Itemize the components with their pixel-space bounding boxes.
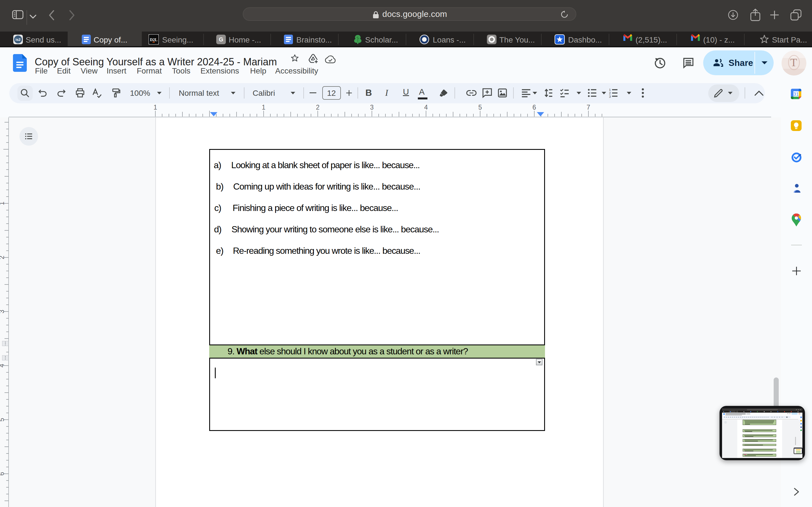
svg-text:1: 1 <box>154 104 157 111</box>
svg-text:3: 3 <box>0 310 5 314</box>
svg-text:1: 1 <box>0 202 5 205</box>
svg-text:31: 31 <box>794 92 799 97</box>
svg-text:5: 5 <box>478 104 482 111</box>
svg-text:7: 7 <box>587 104 591 111</box>
svg-text:5: 5 <box>0 418 5 421</box>
svg-text:6: 6 <box>532 104 536 111</box>
svg-text:6: 6 <box>0 472 5 476</box>
svg-text:4: 4 <box>0 363 5 367</box>
svg-text:is2: is2 <box>15 38 20 42</box>
svg-text:3: 3 <box>370 104 374 111</box>
svg-text:D2L: D2L <box>150 38 157 42</box>
svg-text:2: 2 <box>316 104 320 111</box>
svg-text:2: 2 <box>0 256 5 260</box>
svg-text:1: 1 <box>262 104 266 111</box>
svg-text:4: 4 <box>424 104 428 111</box>
svg-text:G: G <box>219 36 223 43</box>
svg-text:3: 3 <box>609 95 611 98</box>
